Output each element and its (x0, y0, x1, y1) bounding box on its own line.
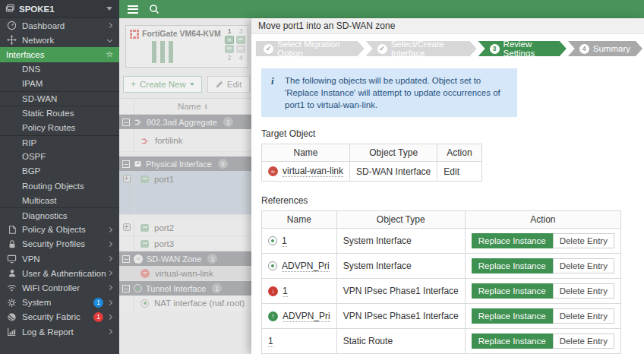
sidebar-item-sdwan[interactable]: SD-WAN (0, 91, 119, 106)
sidebar-item-routing-objects[interactable]: Routing Objects (0, 179, 119, 193)
sidebar-item-security-profiles[interactable]: Security Profiles (0, 237, 119, 251)
sidebar-item-dashboard[interactable]: Dashboard (0, 18, 119, 33)
sidebar-item-ospf[interactable]: OSPF (0, 150, 119, 164)
delete-entry-button[interactable]: Delete Entry (553, 258, 614, 273)
replace-instance-button[interactable]: Replace Instance (472, 333, 553, 349)
sdwan-zone-icon: ≈ (134, 254, 143, 264)
sidebar-item-rip[interactable]: RIP (0, 135, 119, 150)
step-label: Summary (593, 44, 630, 53)
group-row-tunnel[interactable]: – Tunnel Interface 1 (119, 281, 251, 296)
search-icon[interactable] (149, 4, 159, 14)
sidebar-item-vpn[interactable]: VPN (0, 251, 119, 266)
row-port2[interactable]: + port2 (119, 220, 251, 236)
delete-entry-button[interactable]: Delete Entry (553, 233, 614, 248)
app-window: SPOKE1 Dashboard Network Interfaces ☆ DN… (0, 0, 644, 354)
delete-entry-button[interactable]: Delete Entry (553, 308, 614, 324)
dashboard-icon (6, 21, 17, 30)
object-name-link[interactable]: 1 (268, 336, 273, 347)
group-label: SD-WAN Zone (147, 254, 201, 264)
expand-icon[interactable]: + (123, 223, 131, 231)
edit-action-link[interactable]: Edit (444, 166, 459, 177)
security-profiles-icon (6, 239, 17, 249)
row-virtual-wan-link[interactable]: ≈virtual-wan-link (119, 266, 251, 281)
sidebar-item-multicast[interactable]: Multicast (0, 193, 119, 207)
row-nat-interface[interactable]: NAT interface (naf.root) (119, 296, 251, 311)
sidebar-item-security-fabric[interactable]: Security Fabric 1 (0, 310, 119, 324)
replace-instance-button[interactable]: Replace Instance (472, 258, 553, 273)
column-header-name: Name (262, 144, 350, 162)
row-fortilink[interactable]: fortilink (119, 129, 251, 152)
user-icon (6, 268, 17, 278)
sidebar-item-label: IPAM (0, 79, 43, 88)
collapse-icon[interactable]: – (122, 285, 130, 292)
create-new-label: Create New (140, 80, 186, 89)
group-row-physical[interactable]: – Physical Interface 6 (119, 156, 251, 171)
sidebar-item-static-routes[interactable]: Static Routes (0, 106, 119, 120)
hostname-selector[interactable]: SPOKE1 (0, 0, 119, 18)
sidebar-item-log-report[interactable]: Log & Report (0, 324, 119, 339)
favorite-icon[interactable]: ☆ (106, 49, 113, 59)
object-name-link[interactable]: 1 (282, 235, 287, 247)
sidebar-item-label: WiFi Controller (22, 283, 80, 292)
create-new-button[interactable]: +Create New (123, 76, 202, 93)
object-name-link[interactable]: virtual-wan-link (283, 166, 343, 177)
object-type-cell: VPN IPsec Phase1 Interface (336, 304, 465, 329)
header-gutter (119, 99, 134, 114)
group-count-badge: 6 (218, 159, 228, 169)
step-label: Review Settings (504, 40, 554, 58)
object-type-cell: System Interface (336, 229, 465, 254)
name-column-header[interactable]: Name ▲▼ (134, 102, 251, 111)
expand-icon[interactable]: + (123, 175, 131, 182)
interface-name: fortilink (155, 136, 182, 145)
object-name-link[interactable]: ADVPN_Pri (283, 311, 330, 322)
sidebar-item-label: Interfaces (0, 50, 45, 59)
sidebar-item-interfaces[interactable]: Interfaces ☆ (0, 47, 119, 62)
device-icon (5, 4, 15, 14)
group-row-sdwan-zone[interactable]: – ≈ SD-WAN Zone 1 (119, 251, 251, 266)
collapse-icon[interactable]: – (122, 160, 130, 168)
collapse-icon[interactable]: – (122, 119, 130, 126)
topbar (119, 0, 644, 18)
nat-interface-icon (140, 299, 149, 308)
sidebar-item-dns[interactable]: DNS (0, 62, 119, 77)
menu-icon[interactable] (128, 5, 138, 14)
wizard-step-2[interactable]: ✓ Select/Create Interface (366, 41, 477, 56)
wizard-step-4[interactable]: 4 Summary (568, 41, 642, 56)
interface-toolbar: +Create New Edit Delete (119, 76, 251, 93)
row-gutter (119, 266, 134, 280)
sidebar-item-network[interactable]: Network (0, 33, 119, 47)
sidebar-item-bgp[interactable]: BGP (0, 164, 119, 179)
chevron-down-icon (107, 37, 112, 43)
replace-instance-button[interactable]: Replace Instance (472, 233, 553, 248)
object-name-link[interactable]: ADVPN_Pri (282, 261, 330, 272)
delete-entry-button[interactable]: Delete Entry (553, 283, 614, 299)
edit-button[interactable]: Edit (207, 76, 250, 93)
port-number-label: 3 (236, 27, 245, 35)
interface-name: port1 (154, 175, 174, 184)
sidebar-item-label: System (22, 298, 51, 307)
sidebar-item-wifi-controller[interactable]: WiFi Controller (0, 280, 119, 295)
sidebar-item-label: Dashboard (22, 21, 65, 30)
sidebar-item-policy-objects[interactable]: Policy & Objects (0, 223, 119, 237)
sidebar-item-user-authentication[interactable]: User & Authentication (0, 266, 119, 280)
references-table: Name Object Type Action 1 System Interfa… (261, 210, 621, 354)
wizard-step-1[interactable]: ✓ Select Migration Option (256, 41, 365, 56)
sidebar-item-label: Multicast (0, 196, 56, 205)
delete-entry-button[interactable]: Delete Entry (553, 333, 614, 349)
sidebar-item-diagnostics[interactable]: Diagnostics (0, 207, 119, 222)
collapse-icon[interactable]: – (122, 255, 130, 263)
replace-instance-button[interactable]: Replace Instance (472, 308, 553, 324)
sidebar-item-policy-routes[interactable]: Policy Routes (0, 120, 119, 134)
object-type-cell: Static Route (336, 329, 465, 354)
group-row-aggregate[interactable]: – 802.3ad Aggregate 1 (119, 115, 251, 129)
wizard-steps: ✓ Select Migration Option ✓ Select/Creat… (251, 34, 644, 56)
wizard-step-3[interactable]: 3 Review Settings (478, 41, 567, 56)
row-port1[interactable]: + port1 (119, 171, 251, 215)
sidebar-item-system[interactable]: System 1 (0, 296, 119, 310)
step-label: Select Migration Option (277, 40, 352, 58)
object-name-link[interactable]: 1 (283, 286, 288, 297)
column-header-object-type: Object Type (336, 211, 465, 229)
sidebar-item-ipam[interactable]: IPAM (0, 77, 119, 91)
row-port3[interactable]: port3 (119, 236, 251, 251)
replace-instance-button[interactable]: Replace Instance (472, 283, 553, 299)
